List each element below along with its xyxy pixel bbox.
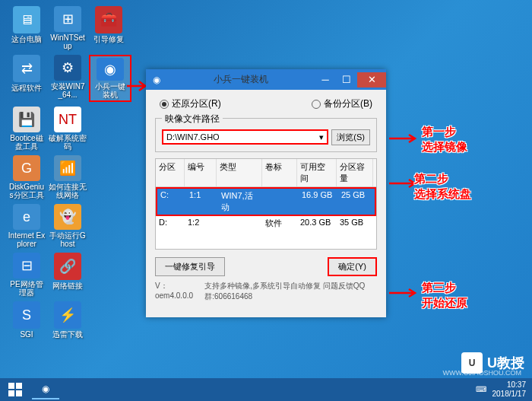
close-button[interactable]: ✕ [357, 72, 386, 88]
desktop-icon-remote[interactable]: ⇄远程软件 [7, 55, 46, 99]
table-row-c[interactable]: C: 1:1 WIN7,活动 16.9 GB 25 GB [156, 187, 376, 216]
radio-backup-label: 备份分区(B) [324, 97, 372, 110]
svg-rect-0 [8, 383, 14, 389]
arrow-icon-to-window [125, 78, 148, 94]
desktop-icon-computer[interactable]: 🖥这台电脑 [7, 6, 46, 50]
ok-button[interactable]: 确定(Y) [328, 257, 377, 276]
window-title: 小兵一键装机 [167, 73, 315, 86]
desktop-icons: 🖥这台电脑 ⊞WinNTSetup 🧰引导修复 ⇄远程软件 ⚙安装WIN7_64… [6, 6, 132, 350]
app-window: ◉ 小兵一键装机 ─ ☐ ✕ 还原分区(R) 备份分区(B) 映像文件路径 D:… [146, 69, 386, 317]
svg-rect-3 [16, 390, 22, 396]
arrow-step1 [388, 132, 418, 145]
watermark-url: WWW.UJIAOSHOU.COM [443, 369, 522, 377]
arrow-step2 [388, 177, 418, 189]
path-value: D:\WIN7.GHO [166, 132, 220, 142]
desktop-icon-passwordcrack[interactable]: NT破解系统密码 [48, 107, 87, 151]
tray-time: 10:37 [492, 380, 527, 390]
taskbar-app[interactable]: ◉ [32, 380, 59, 399]
desktop-icon-ghost[interactable]: 👻手动运行Ghost [48, 204, 87, 248]
repair-boot-button[interactable]: 一键修复引导 [155, 257, 225, 276]
radio-restore-label: 还原分区(R) [172, 97, 221, 110]
titlebar[interactable]: ◉ 小兵一键装机 ─ ☐ ✕ [146, 69, 386, 90]
desktop-icon-thunder[interactable]: ⚡迅雷下载 [48, 301, 87, 345]
arrow-step3 [388, 287, 418, 299]
minimize-button[interactable]: ─ [315, 72, 336, 88]
desktop-icon-ie[interactable]: eInternet Explorer [7, 204, 46, 248]
desktop-icon-bootice[interactable]: 💾Bootice磁盘工具 [7, 107, 46, 151]
browse-button[interactable]: 浏览(S) [331, 129, 370, 145]
maximize-button[interactable]: ☐ [336, 72, 357, 88]
taskbar: ◉ ⌨ 10:37 2018/1/17 [0, 378, 532, 401]
image-path-input[interactable]: D:\WIN7.GHO ▾ [162, 129, 328, 145]
radio-backup[interactable]: 备份分区(B) [312, 97, 372, 110]
table-header: 分区 编号 类型 卷标 可用空间 分区容量 [156, 159, 376, 187]
windows-icon [8, 383, 22, 396]
tray-date: 2018/1/17 [492, 390, 527, 399]
system-tray[interactable]: ⌨ 10:37 2018/1/17 [476, 380, 533, 399]
table-row-d[interactable]: D: 1:2 软件 20.3 GB 35 GB [156, 216, 376, 231]
desktop-icon-netmgr[interactable]: ⊟PE网络管理器 [7, 253, 46, 297]
partition-table: 分区 编号 类型 卷标 可用空间 分区容量 C: 1:1 WIN7,活动 16.… [155, 158, 377, 250]
image-path-group: 映像文件路径 D:\WIN7.GHO ▾ 浏览(S) [155, 118, 377, 152]
desktop-icon-win7install[interactable]: ⚙安装WIN7_64... [48, 55, 87, 99]
desktop-icon-netlink[interactable]: 🔗网络链接 [48, 253, 87, 297]
desktop-icon-wifi[interactable]: 📶如何连接无线网络 [48, 155, 87, 199]
dropdown-icon[interactable]: ▾ [319, 132, 324, 142]
start-button[interactable] [0, 378, 30, 401]
radio-restore[interactable]: 还原分区(R) [160, 97, 221, 110]
app-icon: ◉ [149, 74, 164, 86]
status-bar: V：oem4.0.0.0 支持多种镜像,多系统引导自动修复 问题反馈QQ群:60… [155, 281, 377, 302]
group-label: 映像文件路径 [162, 113, 223, 126]
svg-rect-1 [16, 383, 22, 389]
keyboard-icon[interactable]: ⌨ [476, 385, 486, 394]
desktop-icon-bootrepair[interactable]: 🧰引导修复 [89, 6, 128, 50]
desktop-icon-diskgenius[interactable]: GDiskGenius分区工具 [7, 155, 46, 199]
desktop-icon-winntsetup[interactable]: ⊞WinNTSetup [48, 6, 87, 50]
svg-rect-2 [8, 390, 14, 396]
annotation-step2: 第二步 选择系统盘 [414, 171, 471, 202]
annotation-step3: 第三步 开始还原 [422, 280, 467, 310]
annotation-step1: 第一步 选择镜像 [422, 124, 467, 154]
desktop-icon-sgi[interactable]: SSGI [7, 301, 46, 345]
